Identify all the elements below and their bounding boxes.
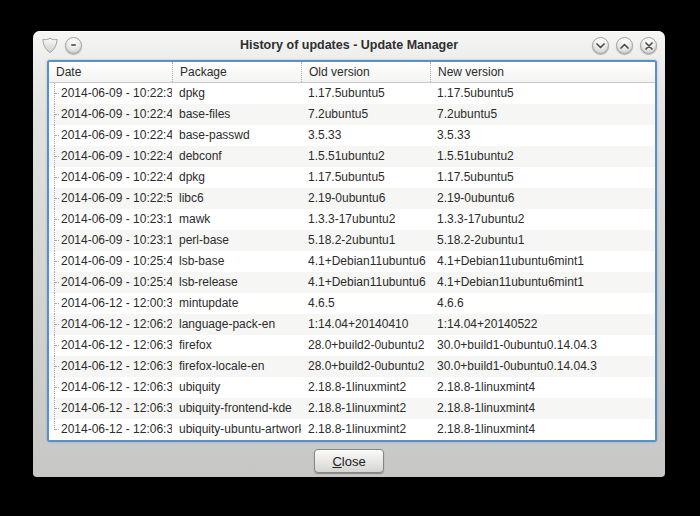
pin-button[interactable] (65, 37, 82, 54)
cell-new-version: 2.18.8-1linuxmint4 (430, 398, 655, 419)
table-row[interactable]: 2014-06-09 - 10:23:16perl-base5.18.2-2ub… (49, 230, 655, 251)
table-row[interactable]: 2014-06-09 - 10:22:46dpkg1.17.5ubuntu51.… (49, 167, 655, 188)
close-button-label-mnemonic: C (332, 454, 341, 469)
cell-new-version: 3.5.33 (430, 125, 655, 146)
cell-old-version: 5.18.2-2ubuntu1 (301, 230, 430, 251)
table-row[interactable]: 2014-06-12 - 12:06:36ubiquity-frontend-k… (49, 398, 655, 419)
cell-new-version: 7.2ubuntu5 (430, 104, 655, 125)
cell-new-version: 30.0+build1-0ubuntu0.14.04.3 (430, 335, 655, 356)
close-button[interactable]: Close (314, 449, 384, 473)
window-menu-button[interactable] (41, 36, 59, 54)
cell-package: debconf (172, 146, 301, 167)
cell-new-version: 30.0+build1-0ubuntu0.14.04.3 (430, 356, 655, 377)
column-header-old-version[interactable]: Old version (301, 62, 430, 82)
cell-old-version: 1.3.3-17ubuntu2 (301, 209, 430, 230)
column-header-date[interactable]: Date (49, 62, 172, 82)
tree-branch-icon (51, 188, 61, 209)
cell-date: 2014-06-12 - 12:06:35 (49, 377, 172, 398)
close-button-label: lose (342, 454, 366, 469)
cell-package: base-passwd (172, 125, 301, 146)
cell-old-version: 2.19-0ubuntu6 (301, 188, 430, 209)
cell-new-version: 4.1+Debian11ubuntu6mint1 (430, 272, 655, 293)
cell-date: 2014-06-12 - 12:06:29 (49, 314, 172, 335)
cell-new-version: 4.6.6 (430, 293, 655, 314)
table-row[interactable]: 2014-06-12 - 12:06:36ubiquity-ubuntu-art… (49, 419, 655, 440)
cell-new-version: 1.3.3-17ubuntu2 (430, 209, 655, 230)
cell-package: ubiquity (172, 377, 301, 398)
table-row[interactable]: 2014-06-09 - 10:25:45lsb-base4.1+Debian1… (49, 251, 655, 272)
tree-branch-icon (51, 104, 61, 125)
table-row[interactable]: 2014-06-12 - 12:06:35ubiquity2.18.8-1lin… (49, 377, 655, 398)
cell-date: 2014-06-12 - 12:06:36 (49, 419, 172, 440)
cell-package: lsb-base (172, 251, 301, 272)
dot-icon (71, 44, 76, 46)
table-row[interactable]: 2014-06-09 - 10:25:45lsb-release4.1+Debi… (49, 272, 655, 293)
screenshot-background: History of updates - Update Manager (0, 0, 700, 516)
cell-old-version: 1.17.5ubuntu5 (301, 83, 430, 104)
cell-date: 2014-06-09 - 10:22:42 (49, 125, 172, 146)
table-row[interactable]: 2014-06-09 - 10:22:42base-passwd3.5.333.… (49, 125, 655, 146)
cell-date: 2014-06-12 - 12:06:36 (49, 398, 172, 419)
cell-new-version: 2.19-0ubuntu6 (430, 188, 655, 209)
minimize-button[interactable] (592, 37, 609, 54)
cell-date: 2014-06-09 - 10:25:45 (49, 272, 172, 293)
cell-package: lsb-release (172, 272, 301, 293)
column-header-new-version[interactable]: New version (430, 62, 655, 82)
cell-old-version: 7.2ubuntu5 (301, 104, 430, 125)
cell-date: 2014-06-09 - 10:22:36 (49, 83, 172, 104)
cell-date: 2014-06-09 - 10:22:57 (49, 188, 172, 209)
table-row[interactable]: 2014-06-12 - 12:06:29language-pack-en1:1… (49, 314, 655, 335)
cell-old-version: 1:14.04+20140410 (301, 314, 430, 335)
titlebar[interactable]: History of updates - Update Manager (33, 31, 665, 60)
cell-package: firefox (172, 335, 301, 356)
tree-branch-icon (51, 209, 61, 230)
chevron-up-icon (620, 43, 629, 49)
table-row[interactable]: 2014-06-12 - 12:06:30firefox28.0+build2-… (49, 335, 655, 356)
chevron-down-icon (596, 43, 605, 49)
cell-old-version: 2.18.8-1linuxmint2 (301, 398, 430, 419)
table-row[interactable]: 2014-06-12 - 12:06:35firefox-locale-en28… (49, 356, 655, 377)
cell-package: base-files (172, 104, 301, 125)
tree-branch-icon (51, 419, 61, 440)
history-table-body: 2014-06-09 - 10:22:36dpkg1.17.5ubuntu51.… (49, 83, 655, 440)
tree-branch-icon (51, 293, 61, 314)
cell-date: 2014-06-09 - 10:22:45 (49, 146, 172, 167)
cell-old-version: 2.18.8-1linuxmint2 (301, 419, 430, 440)
cell-old-version: 1.17.5ubuntu5 (301, 167, 430, 188)
cell-old-version: 28.0+build2-0ubuntu2 (301, 335, 430, 356)
cell-new-version: 2.18.8-1linuxmint4 (430, 419, 655, 440)
cell-new-version: 1.17.5ubuntu5 (430, 167, 655, 188)
cell-old-version: 3.5.33 (301, 125, 430, 146)
cell-package: language-pack-en (172, 314, 301, 335)
table-row[interactable]: 2014-06-09 - 10:22:45debconf1.5.51ubuntu… (49, 146, 655, 167)
titlebar-right-buttons (592, 37, 657, 54)
table-row[interactable]: 2014-06-09 - 10:22:41base-files7.2ubuntu… (49, 104, 655, 125)
cell-old-version: 4.6.5 (301, 293, 430, 314)
maximize-button[interactable] (616, 37, 633, 54)
table-row[interactable]: 2014-06-09 - 10:23:13mawk1.3.3-17ubuntu2… (49, 209, 655, 230)
tree-branch-icon (51, 167, 61, 188)
close-icon (645, 42, 653, 50)
cell-new-version: 5.18.2-2ubuntu1 (430, 230, 655, 251)
cell-date: 2014-06-09 - 10:22:46 (49, 167, 172, 188)
table-row[interactable]: 2014-06-09 - 10:22:57libc62.19-0ubuntu62… (49, 188, 655, 209)
column-header-package[interactable]: Package (172, 62, 301, 82)
cell-package: mawk (172, 209, 301, 230)
cell-old-version: 28.0+build2-0ubuntu2 (301, 356, 430, 377)
cell-date: 2014-06-09 - 10:23:13 (49, 209, 172, 230)
tree-branch-icon (51, 230, 61, 251)
update-history-window: History of updates - Update Manager (33, 31, 665, 477)
cell-new-version: 1:14.04+20140522 (430, 314, 655, 335)
tree-branch-icon (51, 335, 61, 356)
tree-branch-icon (51, 356, 61, 377)
cell-date: 2014-06-12 - 12:06:30 (49, 335, 172, 356)
table-row[interactable]: 2014-06-12 - 12:00:35mintupdate4.6.54.6.… (49, 293, 655, 314)
tree-branch-icon (51, 377, 61, 398)
close-window-button[interactable] (640, 37, 657, 54)
cell-package: dpkg (172, 83, 301, 104)
tree-branch-icon (51, 125, 61, 146)
cell-date: 2014-06-09 - 10:25:45 (49, 251, 172, 272)
tree-branch-icon (51, 314, 61, 335)
table-row[interactable]: 2014-06-09 - 10:22:36dpkg1.17.5ubuntu51.… (49, 83, 655, 104)
cell-package: dpkg (172, 167, 301, 188)
